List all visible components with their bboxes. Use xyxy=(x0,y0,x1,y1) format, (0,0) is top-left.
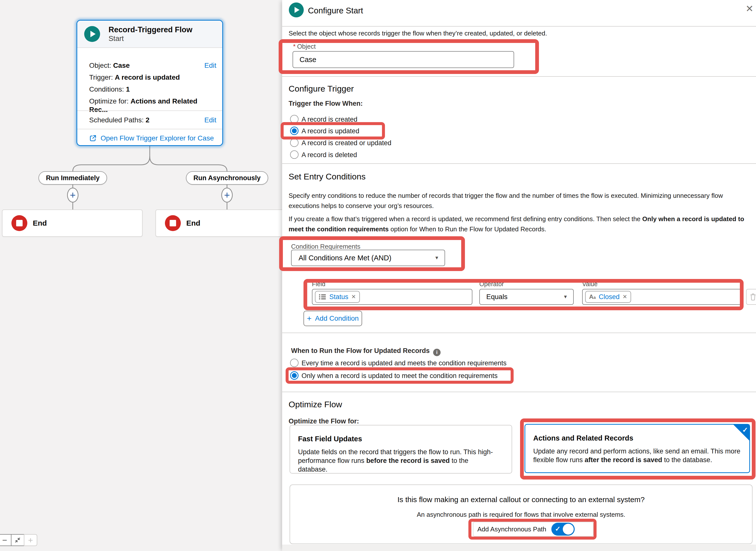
external-link-icon xyxy=(89,134,96,142)
end-node-immediate[interactable]: End xyxy=(2,209,143,237)
add-element-button-immediate[interactable]: + xyxy=(67,188,78,202)
add-element-button-async[interactable]: + xyxy=(221,188,233,202)
radio-record-created-or-updated[interactable] xyxy=(290,138,298,147)
optimize-flow-heading: Optimize Flow xyxy=(289,400,342,409)
end-icon xyxy=(165,215,181,231)
canvas-zoom-controls: − + xyxy=(0,534,37,546)
section-divider xyxy=(282,392,756,392)
value-input[interactable]: Aa Closed ✕ xyxy=(582,289,743,305)
branch-label-run-asynchronously: Run Asynchronously xyxy=(186,171,268,185)
card-title: Fast Field Updates xyxy=(298,435,362,443)
node-title: Record-Triggered Flow xyxy=(108,25,193,34)
node-row-scheduled-paths: Scheduled Paths: 2 Edit xyxy=(89,116,216,124)
radio-every-time-updated[interactable] xyxy=(290,359,298,367)
end-node-label: End xyxy=(33,219,47,227)
external-callout-question: Is this flow making an external callout … xyxy=(290,495,753,504)
object-field-label: *Object xyxy=(293,43,316,50)
section-divider xyxy=(282,26,756,27)
radio-record-deleted[interactable] xyxy=(290,150,298,159)
play-icon xyxy=(90,31,95,37)
node-row-trigger: Trigger: A record is updated xyxy=(89,73,216,82)
trigger-when-label: Trigger the Flow When: xyxy=(289,100,363,107)
card-body: Update any record and perform actions, l… xyxy=(533,447,742,464)
condition-requirements-dropdown[interactable]: All Conditions Are Met (AND) ▼ xyxy=(291,250,445,266)
option-card-actions-related-records[interactable]: ✓ Actions and Related Records Update any… xyxy=(525,424,750,473)
radio-only-when-updated-label[interactable]: Only when a record is updated to meet th… xyxy=(301,372,497,380)
when-to-run-label: When to Run the Flow for Updated Records… xyxy=(291,347,441,356)
edit-object-link[interactable]: Edit xyxy=(204,61,216,70)
option-card-fast-field-updates[interactable]: Fast Field Updates Update fields on the … xyxy=(290,425,512,474)
add-asynchronous-path-toggle[interactable]: ✓ xyxy=(551,523,575,536)
radio-only-when-updated[interactable] xyxy=(290,371,298,380)
node-divider xyxy=(77,110,222,111)
close-icon[interactable]: ✕ xyxy=(746,4,754,13)
panel-title: Configure Start xyxy=(308,6,363,15)
field-column-label: Field xyxy=(312,281,325,288)
node-row-object: Object: Case Edit xyxy=(89,61,216,70)
configure-start-panel: Configure Start ✕ Select the object whos… xyxy=(282,0,756,551)
node-subtitle: Start xyxy=(108,34,193,43)
fit-view-button[interactable] xyxy=(11,534,24,546)
start-node-icon xyxy=(84,26,100,42)
value-chip-closed[interactable]: Aa Closed ✕ xyxy=(585,291,631,303)
end-icon xyxy=(11,215,27,231)
info-icon[interactable]: i xyxy=(433,349,441,356)
configure-trigger-heading: Configure Trigger xyxy=(289,84,354,94)
play-icon xyxy=(294,7,299,13)
branch-label-run-immediately: Run Immediately xyxy=(38,171,107,185)
add-condition-button[interactable]: + Add Condition xyxy=(303,311,362,326)
remove-field-icon[interactable]: ✕ xyxy=(351,294,356,300)
entry-conditions-para2: If you create a flow that’s triggered wh… xyxy=(289,214,750,234)
card-title: Actions and Related Records xyxy=(533,434,633,442)
edit-scheduled-paths-link[interactable]: Edit xyxy=(204,116,216,124)
field-chip-status[interactable]: Status ✕ xyxy=(315,291,360,303)
trash-icon xyxy=(750,293,756,301)
condition-requirements-label: Condition Requirements xyxy=(291,243,360,250)
remove-value-icon[interactable]: ✕ xyxy=(622,294,627,300)
radio-record-deleted-label[interactable]: A record is deleted xyxy=(301,151,357,159)
radio-record-created[interactable] xyxy=(290,115,298,123)
entry-conditions-para1: Specify entry conditions to reduce the n… xyxy=(289,191,750,211)
node-divider xyxy=(77,129,222,129)
zoom-out-button[interactable]: − xyxy=(0,534,11,546)
panel-intro-text: Select the object whose records trigger … xyxy=(289,28,750,38)
selected-check-icon: ✓ xyxy=(733,424,750,441)
panel-footer-strip xyxy=(282,545,756,551)
flow-canvas[interactable]: Record-Triggered Flow Start Object: Case… xyxy=(0,0,282,551)
section-divider xyxy=(282,333,756,333)
list-icon xyxy=(319,294,326,300)
radio-record-updated-label[interactable]: A record is updated xyxy=(301,127,359,135)
start-node-header: Record-Triggered Flow Start xyxy=(77,21,222,48)
section-divider xyxy=(282,163,756,164)
flow-builder-screen: Record-Triggered Flow Start Object: Case… xyxy=(0,0,756,551)
async-path-toggle-field: Add Asynchronous Path ✓ xyxy=(473,522,593,537)
chevron-down-icon: ▼ xyxy=(563,294,568,300)
operator-dropdown[interactable]: Equals ▼ xyxy=(479,289,574,305)
radio-record-created-label[interactable]: A record is created xyxy=(301,116,357,123)
radio-record-updated[interactable] xyxy=(290,127,298,135)
delete-condition-button[interactable] xyxy=(746,289,756,305)
async-path-toggle-label: Add Asynchronous Path xyxy=(477,525,546,533)
node-row-optimize: Optimize for: Actions and Related Rec... xyxy=(89,97,216,105)
section-divider xyxy=(282,76,756,77)
end-node-async[interactable]: End xyxy=(156,209,286,237)
node-row-conditions: Conditions: 1 xyxy=(89,85,216,94)
optimize-for-label: Optimize the Flow for: xyxy=(289,418,359,425)
chevron-down-icon: ▼ xyxy=(434,255,439,260)
toggle-knob xyxy=(563,524,574,535)
collapse-arrows-icon xyxy=(14,536,21,544)
entry-conditions-heading: Set Entry Conditions xyxy=(289,172,365,181)
required-asterisk: * xyxy=(293,43,295,50)
open-flow-trigger-explorer-link[interactable]: Open Flow Trigger Explorer for Case xyxy=(89,134,214,142)
external-callout-note: An asynchronous path is required for flo… xyxy=(290,511,753,519)
value-column-label: Value xyxy=(582,281,597,288)
text-type-icon: Aa xyxy=(589,294,596,300)
end-node-label: End xyxy=(186,219,200,227)
start-node-card[interactable]: Record-Triggered Flow Start Object: Case… xyxy=(76,20,223,146)
zoom-in-button[interactable]: + xyxy=(24,534,37,546)
object-combobox[interactable]: Case xyxy=(293,51,514,68)
radio-every-time-updated-label[interactable]: Every time a record is updated and meets… xyxy=(301,360,506,367)
plus-icon: + xyxy=(307,314,312,323)
field-input[interactable]: Status ✕ xyxy=(312,289,472,305)
radio-record-created-or-updated-label[interactable]: A record is created or updated xyxy=(301,139,392,147)
